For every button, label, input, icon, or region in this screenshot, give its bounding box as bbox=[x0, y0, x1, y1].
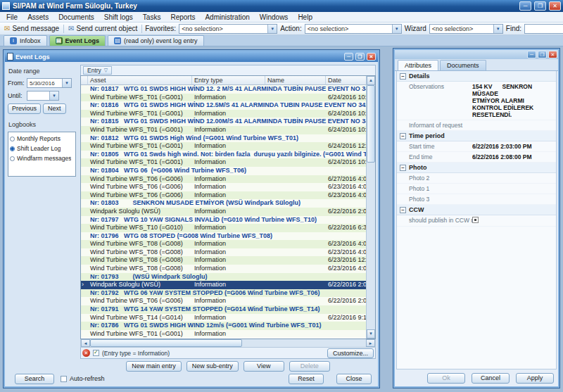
logbook-option[interactable]: Windfarm messages bbox=[9, 153, 75, 163]
menu-item-shift-logs[interactable]: Shift logs bbox=[99, 13, 138, 21]
collapse-icon[interactable]: − bbox=[400, 133, 406, 139]
column-header-date[interactable]: Date bbox=[326, 76, 366, 85]
column-header-entry-type[interactable]: Entry type bbox=[192, 76, 265, 85]
horizontal-scrollbar[interactable]: ◄ ► bbox=[80, 339, 376, 348]
action-select[interactable]: <no selection> ▼ bbox=[305, 24, 402, 34]
maximize-icon[interactable]: ❐ bbox=[534, 1, 546, 11]
log-row[interactable]: Nr: 01817 WTG 01 SWDS HIGH WİND 12. 2 M/… bbox=[81, 85, 366, 94]
send-current-object-button[interactable]: ✉ Send current object bbox=[67, 25, 139, 32]
wizard-select[interactable]: <no selection> ▼ bbox=[429, 24, 503, 34]
log-row[interactable]: Windpark Süloglu (WSÜ)Information6/22/20… bbox=[81, 208, 366, 216]
tab-documents[interactable]: Documents bbox=[440, 60, 486, 70]
log-row[interactable]: Wind Turbine WFS_T01 (=G001)Information6… bbox=[81, 110, 366, 118]
logbook-option[interactable]: Shift Leader Log bbox=[9, 144, 75, 153]
hscroll-thumb[interactable] bbox=[90, 339, 242, 347]
tab-attributes[interactable]: Attributes bbox=[398, 60, 438, 70]
column-header-asset[interactable]: Asset bbox=[88, 76, 192, 85]
cancel-button[interactable]: Cancel bbox=[472, 373, 510, 384]
chevron-down-icon[interactable]: ▼ bbox=[493, 25, 502, 33]
log-row[interactable]: Wind Turbine WFS_T08 (=G008)Information6… bbox=[81, 248, 366, 257]
log-row[interactable]: Wind Turbine WFS_T08 (=G008)Information6… bbox=[81, 240, 366, 248]
minimize-icon[interactable]: ─ bbox=[519, 1, 531, 11]
until-date-select[interactable]: ▼ bbox=[27, 91, 59, 101]
menu-item-assets[interactable]: Assets bbox=[23, 13, 53, 21]
collapse-icon[interactable]: − bbox=[400, 207, 406, 213]
favorites-select[interactable]: <no selection> ▼ bbox=[179, 24, 277, 34]
log-row[interactable]: Nr: 01792 WTG 06 YAW SYSTEM STOPPED (=G0… bbox=[81, 289, 366, 298]
filter-funnel-icon[interactable]: ▽ bbox=[104, 68, 108, 73]
close-icon[interactable]: ✕ bbox=[548, 51, 557, 58]
log-row[interactable]: Wind Turbine WFS_T08 (=G008)Information6… bbox=[81, 265, 366, 273]
delete-button[interactable]: Delete bbox=[289, 361, 330, 372]
auto-refresh-toggle[interactable]: Auto-refresh bbox=[61, 375, 105, 382]
tab-event-logs[interactable]: ▤Event Logs bbox=[49, 35, 106, 46]
log-row[interactable]: Nr: 01796 WTG 08 STOPED (=G008 Wind Turb… bbox=[81, 232, 366, 241]
close-icon[interactable]: ✕ bbox=[549, 1, 561, 11]
ccw-report-checkbox[interactable] bbox=[472, 217, 479, 223]
log-row[interactable]: Nr: 01793 (WSÜ Windpark Süloglu) bbox=[81, 273, 366, 282]
ok-button[interactable]: Ok bbox=[427, 373, 465, 384]
menu-item-tasks[interactable]: Tasks bbox=[138, 13, 166, 21]
log-row[interactable]: Wind Turbine WFS_T01 (=G001)Information bbox=[81, 330, 366, 339]
from-date-select[interactable]: 5/30/2016 ▼ bbox=[27, 78, 72, 88]
log-row[interactable]: Nr: 01803 SENKRON MUSADE ETMİYOR (WSÜ Wi… bbox=[81, 199, 366, 208]
log-row[interactable]: Nr: 01805 WTG 01 Swds high wind. Not: bi… bbox=[81, 151, 366, 159]
log-row[interactable]: Wind Turbine WFS_T01 (=G001)Information6… bbox=[81, 126, 366, 134]
minimize-icon[interactable]: ─ bbox=[527, 51, 536, 58]
scroll-down-icon[interactable]: ▼ bbox=[367, 329, 375, 339]
section-header-photo[interactable]: −Photo bbox=[397, 163, 556, 173]
section-header-time-period[interactable]: −Time period bbox=[397, 131, 556, 141]
search-button[interactable]: Search bbox=[15, 374, 54, 384]
log-row[interactable]: Wind Turbine WFS_T06 (=G006)Information6… bbox=[81, 191, 366, 200]
scroll-up-icon[interactable]: ▲ bbox=[367, 76, 375, 85]
chevron-down-icon[interactable]: ▼ bbox=[62, 79, 71, 87]
scroll-left-icon[interactable]: ◄ bbox=[81, 339, 90, 347]
log-row[interactable]: Nr: 01786 WTG 01 SWDS HIGH WIND 12m/s (=… bbox=[81, 322, 366, 330]
logbook-option[interactable]: Monthly Reports bbox=[9, 134, 75, 144]
send-message-button[interactable]: ✉ Send message bbox=[3, 25, 61, 32]
log-row[interactable]: Wind Turbine WFS_T01 (=G001)Information6… bbox=[81, 142, 366, 151]
next-button[interactable]: Next bbox=[43, 103, 66, 114]
log-row[interactable]: Wind Turbine WFS_T14 (=G014)Information6… bbox=[81, 314, 366, 322]
chevron-down-icon[interactable]: ▼ bbox=[267, 25, 277, 33]
close-button[interactable]: Close bbox=[336, 374, 372, 384]
log-row[interactable]: Nr: 01815 WTG 01 SWDS HIGH WİND 12.00M/S… bbox=[81, 118, 366, 126]
new-sub-entry-button[interactable]: New sub-entry bbox=[186, 361, 239, 372]
log-row[interactable]: Wind Turbine WFS_T08 (=G008)Information6… bbox=[81, 256, 366, 265]
chevron-down-icon[interactable]: ▼ bbox=[49, 91, 58, 100]
log-row[interactable]: Wind Turbine WFS_T06 (=G006)Information6… bbox=[81, 297, 366, 305]
tab-infobox[interactable]: iInfobox bbox=[4, 35, 47, 46]
vscroll-thumb[interactable] bbox=[367, 85, 375, 163]
menu-item-windows[interactable]: Windows bbox=[255, 13, 293, 21]
vscroll-track[interactable] bbox=[367, 85, 375, 329]
log-row[interactable]: Nr: 01812 WTG 01 SWDS High Wind (=G001 W… bbox=[81, 134, 366, 143]
collapse-icon[interactable]: − bbox=[400, 73, 406, 80]
log-row[interactable]: Wind Turbine WFS_T06 (=G006)Information6… bbox=[81, 175, 366, 184]
auto-refresh-checkbox[interactable] bbox=[61, 376, 67, 382]
log-row[interactable]: Nr: 01791 WTG 14 YAW SYSTEM STOPPED (=G0… bbox=[81, 305, 366, 314]
find-input[interactable] bbox=[524, 24, 563, 34]
clear-filter-icon[interactable]: ✕ bbox=[82, 349, 90, 357]
view-button[interactable]: View bbox=[243, 361, 284, 372]
menu-item-file[interactable]: File bbox=[1, 13, 23, 21]
event-logs-titlebar[interactable]: Event Logs ─ ❐ ✕ bbox=[5, 51, 378, 62]
reset-button[interactable]: Reset bbox=[289, 374, 324, 384]
log-row[interactable]: Wind Turbine WFS_T10 (=G010)Information6… bbox=[81, 224, 366, 232]
section-header-ccw[interactable]: −CCW bbox=[397, 205, 556, 215]
log-row[interactable]: Wind Turbine WFS_T01 (=G001)Information6… bbox=[81, 158, 366, 167]
filter-enabled-checkbox[interactable] bbox=[93, 350, 99, 356]
menu-item-documents[interactable]: Documents bbox=[53, 13, 99, 21]
minimize-icon[interactable]: ─ bbox=[344, 53, 353, 61]
close-icon[interactable]: ✕ bbox=[367, 53, 376, 61]
hscroll-track[interactable] bbox=[90, 339, 366, 347]
scroll-right-icon[interactable]: ► bbox=[366, 339, 375, 347]
group-field-chip[interactable]: Entry ▽ bbox=[83, 66, 112, 75]
menu-item-reports[interactable]: Reports bbox=[165, 13, 200, 21]
log-row[interactable]: Nr: 01797 WTG 10 YAW SIGNALS INVALİD (=G… bbox=[81, 216, 366, 225]
chevron-down-icon[interactable]: ▼ bbox=[392, 25, 401, 33]
maximize-icon[interactable]: ❐ bbox=[538, 51, 547, 58]
customize-button[interactable]: Customize... bbox=[327, 348, 374, 358]
log-row[interactable]: Nr: 01804 WTG 06 (=G006 Wind Turbine WFS… bbox=[81, 167, 366, 175]
log-row[interactable]: Wind Turbine WFS_T06 (=G006)Information6… bbox=[81, 183, 366, 191]
log-row[interactable]: Wind Turbine WFS_T01 (=G001)Information6… bbox=[81, 94, 366, 102]
